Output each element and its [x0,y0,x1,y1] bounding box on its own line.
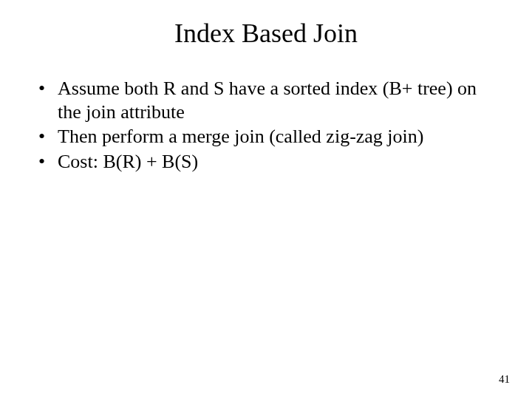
list-item: Then perform a merge join (called zig-za… [35,125,502,149]
bullet-list: Assume both R and S have a sorted index … [30,77,502,174]
slide: Index Based Join Assume both R and S hav… [0,0,532,399]
list-item: Assume both R and S have a sorted index … [35,77,502,123]
list-item: Cost: B(R) + B(S) [35,150,502,174]
slide-title: Index Based Join [30,18,502,49]
page-number: 41 [499,373,510,386]
